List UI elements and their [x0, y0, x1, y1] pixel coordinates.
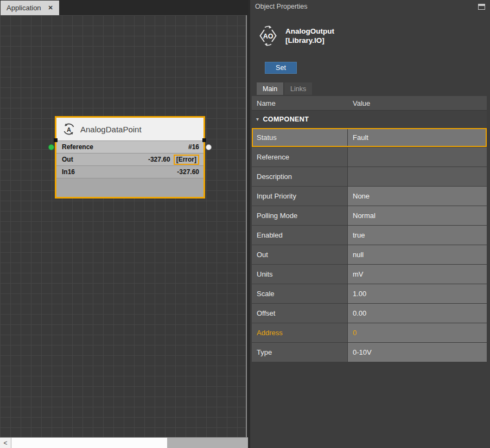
document-tabbar: Application ✕	[0, 0, 248, 15]
property-grid: Name Value ▾ COMPONENT Status Fault Refe…	[252, 96, 487, 362]
property-row-units[interactable]: Units mV	[252, 265, 487, 284]
block-title: AnalogDataPoint	[80, 125, 142, 134]
component-library: [Library.IO]	[285, 36, 334, 45]
block-slot-name: Out	[62, 156, 73, 163]
property-row-type[interactable]: Type 0-10V	[252, 343, 487, 362]
block-slot-name: Reference	[62, 143, 93, 151]
block-slot-value: -327.60	[148, 156, 170, 163]
tab-main[interactable]: Main	[257, 82, 283, 95]
column-header-value: Value	[348, 99, 370, 107]
block-row-in16[interactable]: In16 -327.60	[56, 166, 203, 178]
selection-handle-left[interactable]	[54, 138, 58, 142]
object-properties-panel: Object Properties AO AnalogOutput [Libra…	[250, 0, 490, 448]
property-row-scale[interactable]: Scale 1.00	[252, 284, 487, 303]
set-button[interactable]: Set	[265, 62, 297, 74]
grid-header: Name Value	[252, 96, 487, 110]
block-slot-value: #16	[188, 143, 199, 151]
component-name: AnalogOutput	[285, 27, 334, 36]
selection-handle-right[interactable]	[202, 138, 206, 142]
properties-tabs: Main Links	[257, 82, 490, 95]
component-header: AO AnalogOutput [Library.IO]	[257, 23, 490, 49]
property-row-enabled[interactable]: Enabled true	[252, 226, 487, 245]
block-header[interactable]: A AnalogDataPoint	[56, 118, 203, 141]
tab-links[interactable]: Links	[284, 82, 312, 95]
block-row-out[interactable]: Out -327.60 [Error]	[56, 153, 203, 166]
panel-title: Object Properties	[255, 3, 308, 10]
section-label: COMPONENT	[263, 116, 309, 123]
property-row-status[interactable]: Status Fault	[252, 128, 487, 147]
property-row-offset[interactable]: Offset 0.00	[252, 304, 487, 323]
property-row-out[interactable]: Out null	[252, 245, 487, 264]
section-expander-icon[interactable]: ▾	[256, 116, 259, 122]
analog-point-icon: A	[62, 123, 75, 136]
property-row-input-priority[interactable]: Input Priority None	[252, 187, 487, 206]
column-header-name: Name	[252, 99, 348, 107]
analog-datapoint-block[interactable]: A AnalogDataPoint Reference #16 Out -327…	[55, 116, 205, 199]
tab-application[interactable]: Application ✕	[1, 1, 59, 15]
property-row-polling-mode[interactable]: Polling Mode Normal	[252, 206, 487, 225]
scroll-left-button[interactable]: <	[0, 438, 11, 448]
analog-output-icon: AO	[257, 24, 279, 47]
output-port[interactable]	[206, 144, 212, 150]
panel-titlebar: Object Properties	[250, 0, 490, 13]
block-row-reference[interactable]: Reference #16	[56, 141, 203, 153]
section-component[interactable]: ▾ COMPONENT	[252, 110, 487, 128]
horizontal-scrollbar[interactable]: <	[0, 437, 248, 448]
property-row-reference[interactable]: Reference	[252, 148, 487, 167]
property-row-address[interactable]: Address 0	[252, 323, 487, 342]
block-slot-name: In16	[62, 168, 75, 176]
scroll-left-icon: <	[3, 439, 7, 447]
property-row-description[interactable]: Description	[252, 167, 487, 186]
wiresheet-pane: Application ✕ A AnalogDataPoint Ref	[0, 0, 248, 448]
input-port[interactable]	[48, 144, 54, 150]
svg-text:AO: AO	[263, 33, 273, 40]
block-body-filler	[56, 178, 203, 197]
block-slot-value: -327.60	[177, 168, 199, 176]
dock-window-icon[interactable]	[478, 4, 485, 10]
close-icon[interactable]: ✕	[48, 4, 53, 11]
tab-label: Application	[7, 4, 41, 12]
horizontal-scrollbar-thumb[interactable]	[11, 438, 167, 448]
svg-text:A: A	[67, 126, 71, 133]
wiresheet-canvas[interactable]: A AnalogDataPoint Reference #16 Out -327…	[0, 15, 247, 437]
error-badge: [Error]	[174, 155, 199, 165]
